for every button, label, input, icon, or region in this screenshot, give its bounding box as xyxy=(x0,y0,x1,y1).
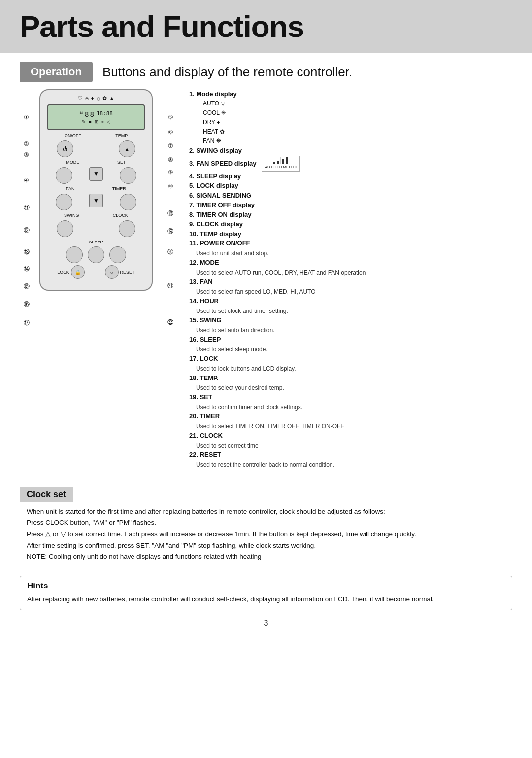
function-item-20: 20. TIMER Used to select TIMER ON, TIMER… xyxy=(189,412,512,431)
hour-down-btn[interactable]: ▼ xyxy=(89,194,103,207)
sleep-row xyxy=(47,246,145,263)
function-item-5: 5. LOCK display xyxy=(189,181,512,191)
callout-10: ⑩ xyxy=(168,183,173,190)
function-item-7: 7. TIMER OFF display xyxy=(189,200,512,210)
callout-20: ⑳ xyxy=(167,248,173,256)
callout-13: ⑬ xyxy=(24,248,30,256)
clock-set-section: Clock set When unit is started for the f… xyxy=(20,480,512,569)
hints-section: Hints After replacing with new batteries… xyxy=(20,576,512,610)
callout-21: ㉑ xyxy=(167,282,173,289)
callout-5: ⑤ xyxy=(168,114,173,121)
sleep-btn-3[interactable] xyxy=(109,246,126,263)
fan-timer-labels: FAN TIMER xyxy=(47,186,145,191)
set-btn[interactable] xyxy=(120,167,136,184)
on-off-label: ON/OFF xyxy=(65,133,81,138)
callout-14: ⑭ xyxy=(24,265,30,273)
lock-reset-row: LOCK 🔒 ○ RESET xyxy=(47,265,145,279)
callout-22: ㉒ xyxy=(167,319,173,326)
set-label: SET xyxy=(117,160,126,165)
screen-time: 18:88 xyxy=(97,110,113,118)
callout-11: ⑪ xyxy=(24,204,30,212)
clock-set-content: When unit is started for the first time … xyxy=(20,506,512,569)
mode-btn[interactable] xyxy=(56,167,72,184)
function-item-17: 17. LOCK Used to lock buttons and LCD di… xyxy=(189,354,512,373)
function-item-21: 21. CLOCK Used to set correct time xyxy=(189,431,512,450)
page-title-bar: Parts and Functions xyxy=(0,0,532,53)
mode-label: MODE xyxy=(66,160,79,165)
function-item-4: 4. SLEEP display xyxy=(189,172,512,181)
remote-screen: ≋ 88 18:88 ✎■⊞≈◁ xyxy=(47,104,145,130)
callout-17: ⑰ xyxy=(24,319,30,327)
operation-subtitle: Buttons and display of the remote contro… xyxy=(102,65,352,80)
btn-row-2: ▼ xyxy=(47,167,145,184)
clock-set-p2: Press CLOCK button, "AM" or "PM" flashes… xyxy=(27,517,505,529)
callout-1: ① xyxy=(24,114,29,121)
lock-btn[interactable]: 🔒 xyxy=(71,265,85,279)
function-item-2: 2. SWING display xyxy=(189,146,512,156)
clock-set-p3: Press △ or ▽ to set correct time. Each p… xyxy=(27,529,505,540)
clock-btn[interactable] xyxy=(119,220,135,237)
lock-group: LOCK 🔒 xyxy=(57,265,85,279)
function-item-3: 3. FAN SPEED display A xyxy=(189,156,512,172)
lock-text-label: LOCK xyxy=(57,270,69,275)
sleep-section-label: SLEEP xyxy=(47,240,145,244)
remote-top-icons: ♡✳♦☼✿▲ xyxy=(47,95,145,102)
function-item-19: 19. SET Used to confirm timer and clock … xyxy=(189,392,512,412)
fan-btn[interactable] xyxy=(56,194,72,210)
swing-label: SWING xyxy=(64,213,79,218)
power-btn[interactable]: ⏻ xyxy=(57,140,73,157)
callout-15: ⑮ xyxy=(24,282,30,291)
main-row: ① ② ③ ④ ⑪ ⑫ ⑬ ⑭ ⑮ ⑯ ⑰ ⑤ ⑥ ⑦ ⑧ ⑨ ⑩ ⑱ ⑲ xyxy=(20,89,512,469)
callout-2: ② xyxy=(24,140,29,147)
page-number: 3 xyxy=(20,619,512,628)
swing-btn[interactable] xyxy=(57,220,73,237)
sleep-btn-1[interactable] xyxy=(66,246,83,263)
functions-list: 1. Mode display AUTO ▽ COOL ✳ DRY ♦ HEAT… xyxy=(189,89,512,469)
mode-set-labels: MODE SET xyxy=(47,160,145,165)
callout-6: ⑥ xyxy=(168,129,173,136)
callout-12: ⑫ xyxy=(24,226,30,235)
fan-label: FAN xyxy=(66,186,75,191)
function-item-8: 8. TIMER ON display xyxy=(189,210,512,220)
function-item-12: 12. MODE Used to select AUTO run, COOL, … xyxy=(189,258,512,277)
clock-set-title: Clock set xyxy=(20,487,73,502)
remote-diagram-wrapper: ① ② ③ ④ ⑪ ⑫ ⑬ ⑭ ⑮ ⑯ ⑰ ⑤ ⑥ ⑦ ⑧ ⑨ ⑩ ⑱ ⑲ xyxy=(20,89,177,345)
function-item-6: 6. SIGNAL SENDING xyxy=(189,191,512,201)
swing-clock-labels: SWING CLOCK xyxy=(47,213,145,218)
operation-header: Operation Buttons and display of the rem… xyxy=(20,62,512,82)
sleep-btn-2[interactable] xyxy=(88,246,104,263)
function-item-13: 13. FAN Used to select fan speed LO, MED… xyxy=(189,277,512,296)
remote-body: ♡✳♦☼✿▲ ≋ 88 18:88 ✎■⊞≈◁ xyxy=(39,89,153,291)
callout-4: ④ xyxy=(24,177,29,184)
callout-9: ⑨ xyxy=(168,169,173,176)
btn-row-1: ⏻ ▲ xyxy=(47,140,145,157)
reset-text-label: RESET xyxy=(120,270,135,275)
function-item-10: 10. TEMP display xyxy=(189,229,512,239)
function-item-15: 15. SWING Used to set auto fan direction… xyxy=(189,315,512,335)
screen-digits: 88 xyxy=(85,110,95,118)
timer-label: TIMER xyxy=(112,186,126,191)
fan-speed-display: AUTOLOMEDHI xyxy=(262,156,300,172)
clock-set-p1: When unit is started for the first time … xyxy=(27,506,505,517)
hints-text: After replacing with new batteries, remo… xyxy=(27,594,505,605)
function-item-1: 1. Mode display AUTO ▽ COOL ✳ DRY ♦ HEAT… xyxy=(189,89,512,146)
temp-label-btn: TEMP xyxy=(115,133,128,138)
reset-btn-circle[interactable]: ○ xyxy=(105,265,119,279)
timer-btn[interactable] xyxy=(120,194,136,210)
callout-7: ⑦ xyxy=(168,142,173,149)
callout-19: ⑲ xyxy=(167,227,173,236)
function-item-9: 9. CLOCK display xyxy=(189,219,512,229)
page-title: Parts and Functions xyxy=(20,9,304,43)
temp-up-btn[interactable]: ▲ xyxy=(119,140,135,157)
callout-8: ⑧ xyxy=(168,156,173,163)
screen-icons: ≋ 88 18:88 xyxy=(79,110,113,118)
btn-row-3: ▼ xyxy=(47,194,145,210)
hints-title: Hints xyxy=(27,581,505,591)
reset-group: ○ RESET xyxy=(105,265,135,279)
on-off-temp-labels: ON/OFF TEMP xyxy=(47,133,145,138)
function-item-18: 18. TEMP. Used to select your desired te… xyxy=(189,373,512,392)
operation-badge: Operation xyxy=(20,62,93,82)
callout-18: ⑱ xyxy=(167,209,173,218)
callout-16: ⑯ xyxy=(24,300,30,309)
temp-down-btn[interactable]: ▼ xyxy=(89,167,103,181)
